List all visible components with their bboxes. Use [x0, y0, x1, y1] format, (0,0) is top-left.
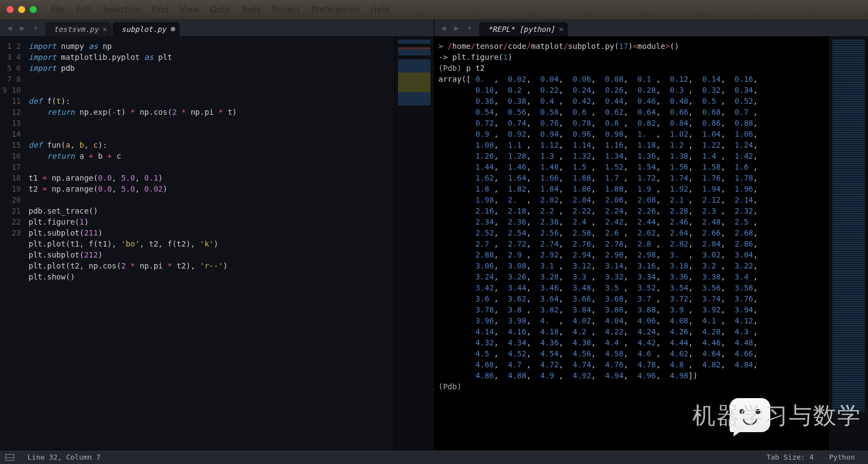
tab-label: testsvm.py: [54, 25, 98, 33]
menu-edit[interactable]: Edit: [71, 3, 96, 17]
nav-dropdown-icon[interactable]: ▼: [30, 23, 42, 33]
tab-repl[interactable]: *REPL* [python] ×: [479, 22, 568, 36]
title-bar: FileEditSelectionFindViewGotoToolsProjec…: [0, 0, 868, 20]
tab-testsvm-py[interactable]: testsvm.py×: [45, 22, 111, 36]
menu-tools[interactable]: Tools: [237, 3, 266, 17]
nav-dropdown-icon[interactable]: ▼: [464, 23, 476, 33]
status-tab-size[interactable]: Tab Size: 4: [759, 453, 821, 461]
nav-forward-icon[interactable]: ▶: [451, 23, 463, 33]
menu-bar: FileEditSelectionFindViewGotoToolsProjec…: [47, 3, 394, 17]
minimap-left[interactable]: [394, 36, 434, 450]
close-window-icon[interactable]: [7, 6, 14, 13]
maximize-window-icon[interactable]: [30, 6, 37, 13]
line-number-gutter: 1 2 3 4 5 6 7 8 9 10 11 12 13 14 15 16 1…: [0, 36, 26, 450]
tab-bar-right: ◀ ▶ ▼ *REPL* [python] ×: [434, 20, 869, 36]
tab-bar-left: ◀ ▶ ▼ testsvm.py×subplot.py: [0, 20, 434, 36]
minimize-window-icon[interactable]: [18, 6, 25, 13]
menu-goto[interactable]: Goto: [206, 3, 234, 17]
nav-forward-icon[interactable]: ▶: [16, 23, 29, 33]
tab-subplot-py[interactable]: subplot.py: [113, 22, 179, 36]
window-controls: [7, 6, 37, 13]
status-language[interactable]: Python: [821, 453, 863, 461]
minimap-right[interactable]: [828, 36, 868, 450]
menu-preferences[interactable]: Preferences: [307, 3, 364, 17]
dirty-dot-icon: [171, 27, 175, 31]
repl-pane: ◀ ▶ ▼ *REPL* [python] × > /home/tensor/c…: [434, 20, 869, 450]
tab-label: subplot.py: [121, 25, 166, 33]
menu-help[interactable]: Help: [366, 3, 394, 17]
nav-back-icon[interactable]: ◀: [3, 23, 15, 33]
nav-back-icon[interactable]: ◀: [438, 23, 450, 33]
nav-arrows-right: ◀ ▶ ▼: [438, 23, 476, 33]
repl-content[interactable]: > /home/tensor/code/matplot/subplot.py(1…: [434, 36, 869, 450]
tab-label: *REPL* [python]: [488, 25, 555, 33]
code-content[interactable]: import numpy as np import matplotlib.pyp…: [26, 36, 394, 450]
menu-file[interactable]: File: [47, 3, 69, 17]
close-tab-icon[interactable]: ×: [559, 25, 563, 33]
menu-selection[interactable]: Selection: [98, 3, 145, 17]
editor-pane: ◀ ▶ ▼ testsvm.py×subplot.py 1 2 3 4 5 6 …: [0, 20, 434, 450]
menu-view[interactable]: View: [175, 3, 204, 17]
watermark-text: 机器学习与数学: [692, 400, 861, 431]
nav-arrows-left: ◀ ▶ ▼: [3, 23, 42, 33]
close-tab-icon[interactable]: ×: [103, 25, 107, 33]
status-bar: Line 32, Column 7 Tab Size: 4 Python: [0, 450, 868, 464]
editor-area[interactable]: 1 2 3 4 5 6 7 8 9 10 11 12 13 14 15 16 1…: [0, 36, 434, 450]
menu-find[interactable]: Find: [147, 3, 173, 17]
panel-layout-icon[interactable]: [5, 454, 14, 461]
status-cursor[interactable]: Line 32, Column 7: [20, 453, 108, 461]
menu-project[interactable]: Project: [267, 3, 304, 17]
workspace: ◀ ▶ ▼ testsvm.py×subplot.py 1 2 3 4 5 6 …: [0, 20, 868, 450]
